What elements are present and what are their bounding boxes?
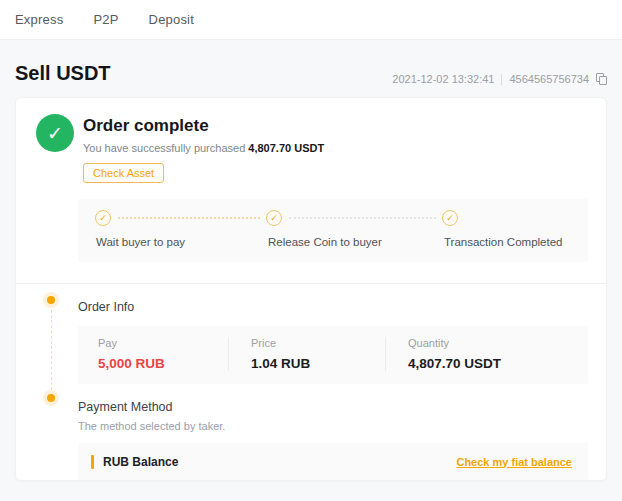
order-info-title: Order Info (78, 300, 606, 314)
check-asset-button[interactable]: Check Asset (83, 163, 164, 183)
step-check-icon-3: ✓ (442, 210, 458, 226)
order-id: 4564565756734 (509, 73, 589, 85)
payment-method-name: RUB Balance (103, 455, 178, 469)
step-connector-1 (118, 217, 260, 219)
order-complete-section: ✓ Order complete You have successfully p… (16, 98, 606, 183)
payment-method-row: RUB Balance Check my fiat balance (78, 443, 588, 480)
timeline-dot-order-info (47, 296, 55, 304)
tab-p2p[interactable]: P2P (93, 12, 118, 27)
step-check-icon-1: ✓ (95, 210, 111, 226)
payment-method-subtitle: The method selected by taker. (78, 420, 606, 432)
price-column: Price 1.04 RUB (228, 337, 385, 371)
step-label-transaction-completed: Transaction Completed (444, 236, 562, 248)
order-meta: 2021-12-02 13:32:41 4564565756734 (392, 73, 607, 85)
order-complete-body: Order complete You have successfully pur… (83, 114, 324, 183)
step-check-icon-2: ✓ (266, 210, 282, 226)
pay-value: 5,000 RUB (98, 356, 228, 371)
price-label: Price (251, 337, 385, 349)
quantity-column: Quantity 4,807.70 USDT (385, 337, 588, 371)
purchased-amount: 4,807.70 USDT (248, 142, 324, 154)
order-complete-subtitle: You have successfully purchased 4,807.70… (83, 142, 324, 154)
method-marker-bar (91, 455, 94, 469)
payment-method-title: Payment Method (78, 400, 606, 414)
tab-express[interactable]: Express (15, 12, 63, 27)
order-timestamp: 2021-12-02 13:32:41 (392, 73, 494, 85)
page-header: Sell USDT 2021-12-02 13:32:41 4564565756… (0, 40, 622, 97)
timeline-dotted-line (51, 310, 52, 390)
price-value: 1.04 RUB (251, 356, 385, 371)
copy-icon[interactable] (596, 73, 607, 85)
tab-deposit[interactable]: Deposit (149, 12, 194, 27)
order-complete-title: Order complete (83, 116, 324, 136)
meta-separator (501, 74, 502, 85)
pay-label: Pay (98, 337, 228, 349)
quantity-label: Quantity (408, 337, 588, 349)
top-nav: Express P2P Deposit (0, 0, 622, 40)
order-card: ✓ Order complete You have successfully p… (15, 97, 607, 481)
payment-method-section: Payment Method The method selected by ta… (16, 384, 606, 480)
page-title: Sell USDT (15, 62, 111, 85)
order-info-grid: Pay 5,000 RUB Price 1.04 RUB Quantity 4,… (78, 326, 588, 384)
step-label-wait-buyer: Wait buyer to pay (96, 236, 185, 248)
payment-method-name-group: RUB Balance (91, 455, 178, 469)
quantity-value: 4,807.70 USDT (408, 356, 588, 371)
subtitle-text: You have successfully purchased (83, 142, 248, 154)
pay-column: Pay 5,000 RUB (78, 337, 228, 371)
timeline-dot-payment (47, 394, 55, 402)
step-connector-2 (289, 217, 436, 219)
check-fiat-balance-link[interactable]: Check my fiat balance (456, 456, 572, 468)
success-check-icon: ✓ (36, 114, 74, 152)
step-label-release-coin: Release Coin to buyer (268, 236, 382, 248)
order-info-section: Order Info Pay 5,000 RUB Price 1.04 RUB … (16, 284, 606, 384)
progress-steps: ✓ ✓ ✓ Wait buyer to pay Release Coin to … (78, 199, 588, 262)
